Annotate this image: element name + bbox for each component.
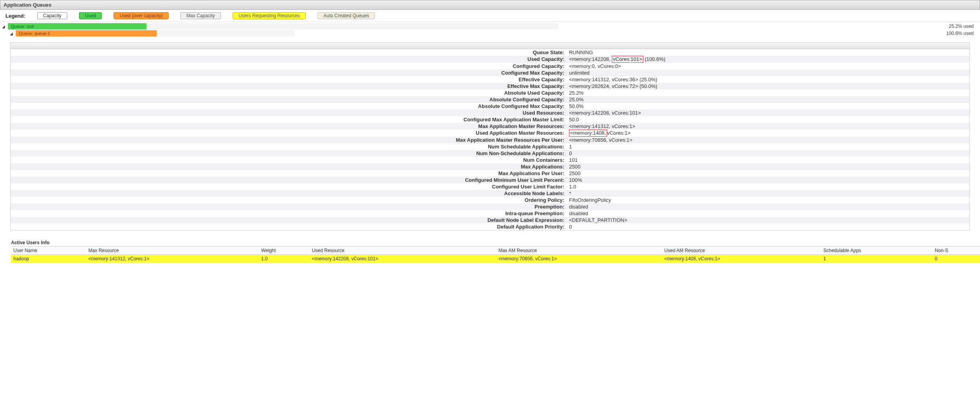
users-cell: 1.0 xyxy=(259,255,310,263)
queue-row[interactable]: ◢Queue: root25.2% used xyxy=(0,23,980,30)
detail-value: 1.0 xyxy=(567,183,969,190)
detail-row: Queue State:RUNNING xyxy=(11,49,969,56)
users-row[interactable]: hadoop<memory:141312, vCores:1>1.0<memor… xyxy=(11,255,980,263)
queue-details-panel: Queue State:RUNNINGUsed Capacity:<memory… xyxy=(10,42,970,230)
detail-key: Used Capacity: xyxy=(11,56,567,63)
detail-key: Configured Max Application Master Limit: xyxy=(11,116,567,123)
detail-key: Absolute Used Capacity: xyxy=(11,90,567,96)
users-cell: 1 xyxy=(821,255,932,263)
detail-value: 0 xyxy=(567,150,969,157)
detail-value: <memory:1408, vCores:1> xyxy=(567,130,969,137)
queue-tree: ◢Queue: root25.2% used◢Queue: queue-1100… xyxy=(0,22,980,39)
legend-max-capacity: Max Capacity xyxy=(180,12,221,19)
detail-key: Intra-queue Preemption: xyxy=(11,210,567,217)
detail-row: Configured User Limit Factor:1.0 xyxy=(11,183,969,190)
detail-row: Configured Max Capacity:unlimited xyxy=(11,70,969,76)
detail-row: Effective Max Capacity:<memory:282624, v… xyxy=(11,83,969,90)
detail-value: <memory:142208, vCores:101> (100.6%) xyxy=(567,56,969,63)
detail-key: Configured Minimum User Limit Percent: xyxy=(11,177,567,183)
detail-row: Max Applications Per User:2500 xyxy=(11,170,969,177)
detail-key: Max Applications Per User: xyxy=(11,170,567,177)
detail-value: 100% xyxy=(567,177,969,183)
users-column-header[interactable]: Schedulable Apps xyxy=(821,247,932,255)
detail-row: Configured Capacity:<memory:0, vCores:0> xyxy=(11,63,969,70)
users-column-header[interactable]: Max Resource xyxy=(86,247,259,255)
queue-capacity-bar[interactable]: Queue: root xyxy=(8,23,558,29)
detail-value: disabled xyxy=(567,203,969,210)
detail-value: 50.0 xyxy=(567,116,969,123)
detail-value: 101 xyxy=(567,157,969,163)
detail-key: Effective Capacity: xyxy=(11,76,567,83)
queue-row[interactable]: ◢Queue: queue-1100.6% used xyxy=(0,30,980,37)
tree-toggle-icon[interactable]: ◢ xyxy=(9,31,13,36)
detail-row: Num Schedulable Applications:1 xyxy=(11,143,969,150)
queue-details-head xyxy=(11,43,969,49)
detail-value: <memory:282624, vCores:72> (50.0%) xyxy=(567,83,969,90)
detail-row: Default Node Label Expression:<DEFAULT_P… xyxy=(11,217,969,223)
detail-key: Configured Capacity: xyxy=(11,63,567,70)
detail-value: <memory:70656, vCores:1> xyxy=(567,137,969,143)
users-column-header[interactable]: Used Resource xyxy=(310,247,496,255)
detail-value: unlimited xyxy=(567,70,969,76)
detail-value: 25.2% xyxy=(567,90,969,96)
detail-key: Effective Max Capacity: xyxy=(11,83,567,90)
section-header: Application Queues xyxy=(0,0,980,10)
detail-row: Absolute Used Capacity:25.2% xyxy=(11,90,969,96)
legend-used-over: Used (over capacity) xyxy=(114,12,169,19)
detail-value: 1 xyxy=(567,143,969,150)
detail-row: Configured Minimum User Limit Percent:10… xyxy=(11,177,969,183)
detail-key: Absolute Configured Capacity: xyxy=(11,96,567,103)
detail-value: 50.0% xyxy=(567,103,969,110)
detail-key: Ordering Policy: xyxy=(11,197,567,203)
users-cell: <memory:1408, vCores:1> xyxy=(662,255,821,263)
users-cell: <memory:142208, vCores:101> xyxy=(310,255,496,263)
detail-row: Configured Max Application Master Limit:… xyxy=(11,116,969,123)
users-column-header[interactable]: User Name xyxy=(11,247,86,255)
users-cell: <memory:70656, vCores:1> xyxy=(496,255,662,263)
users-column-header[interactable]: Non-S xyxy=(932,247,980,255)
detail-row: Num Non-Schedulable Applications:0 xyxy=(11,150,969,157)
detail-value: 25.0% xyxy=(567,96,969,103)
queue-details-table: Queue State:RUNNINGUsed Capacity:<memory… xyxy=(11,49,969,230)
tree-toggle-icon[interactable]: ◢ xyxy=(2,24,6,29)
detail-value: <memory:0, vCores:0> xyxy=(567,63,969,70)
detail-value: 2500 xyxy=(567,170,969,177)
users-cell: hadoop xyxy=(11,255,86,263)
detail-key: Absolute Configured Max Capacity: xyxy=(11,103,567,110)
detail-value: FifoOrderingPolicy xyxy=(567,197,969,203)
detail-row: Absolute Configured Capacity:25.0% xyxy=(11,96,969,103)
users-column-header[interactable]: Used AM Resource xyxy=(662,247,821,255)
detail-row: Effective Capacity:<memory:141312, vCore… xyxy=(11,76,969,83)
detail-value: <DEFAULT_PARTITION> xyxy=(567,217,969,223)
legend-auto-created: Auto Created Queues xyxy=(317,12,375,19)
users-column-header[interactable]: Weight xyxy=(259,247,310,255)
detail-value: <memory:141312, vCores:36> (25.0%) xyxy=(567,76,969,83)
detail-row: Ordering Policy:FifoOrderingPolicy xyxy=(11,197,969,203)
users-column-header[interactable]: Max AM Resource xyxy=(496,247,662,255)
queue-capacity-bar[interactable]: Queue: queue-1 xyxy=(16,30,295,37)
detail-row: Intra-queue Preemption:disabled xyxy=(11,210,969,217)
detail-row: Num Containers:101 xyxy=(11,157,969,163)
highlight-box: <memory:1408, xyxy=(569,130,607,137)
queue-usage-text: 100.6% used xyxy=(946,31,978,36)
legend-capacity: Capacity xyxy=(37,12,68,19)
detail-value: disabled xyxy=(567,210,969,217)
users-header-row: User NameMax ResourceWeightUsed Resource… xyxy=(11,247,980,255)
detail-row: Preemption:disabled xyxy=(11,203,969,210)
detail-row: Default Application Priority:0 xyxy=(11,223,969,230)
active-users-table: User NameMax ResourceWeightUsed Resource… xyxy=(11,246,980,263)
detail-key: Configured User Limit Factor: xyxy=(11,183,567,190)
detail-key: Used Application Master Resources: xyxy=(11,130,567,137)
legend-row: Legend: Capacity Used Used (over capacit… xyxy=(0,10,980,22)
active-users-title: Active Users Info xyxy=(11,240,980,245)
detail-row: Max Applications:2500 xyxy=(11,163,969,170)
section-title: Application Queues xyxy=(4,2,51,8)
detail-row: Accessible Node Labels:* xyxy=(11,190,969,197)
detail-row: Max Application Master Resources:<memory… xyxy=(11,123,969,130)
legend-users-requesting: Users Requesting Resources xyxy=(233,12,306,19)
detail-key: Num Non-Schedulable Applications: xyxy=(11,150,567,157)
detail-row: Max Application Master Resources Per Use… xyxy=(11,137,969,143)
detail-key: Accessible Node Labels: xyxy=(11,190,567,197)
detail-key: Queue State: xyxy=(11,49,567,56)
detail-key: Default Application Priority: xyxy=(11,223,567,230)
